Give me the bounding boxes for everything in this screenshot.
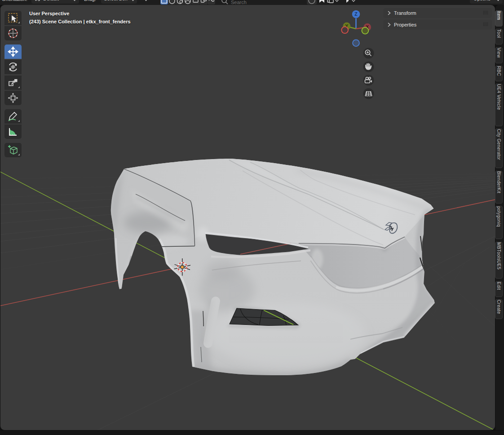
svg-text:Z: Z (354, 11, 358, 17)
svg-text:Search: Search (231, 0, 247, 5)
